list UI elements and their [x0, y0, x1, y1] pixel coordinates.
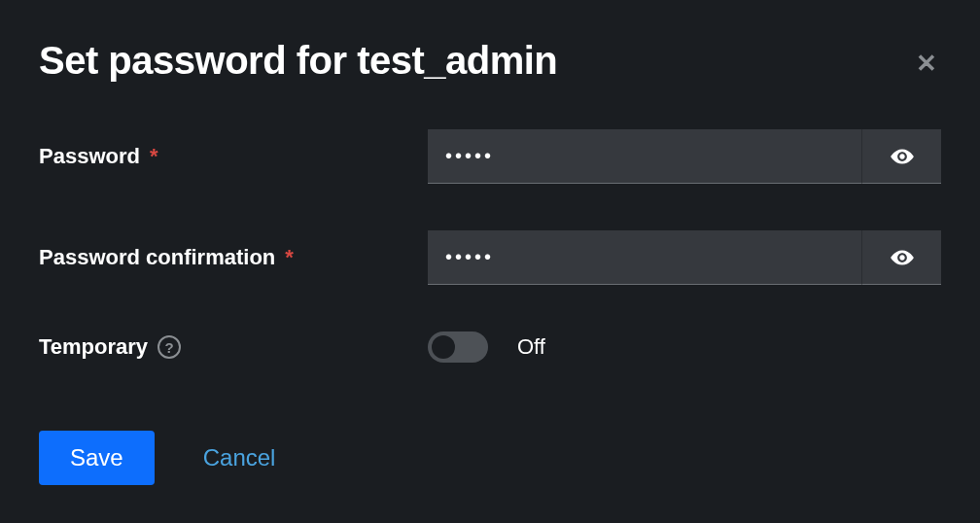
- temporary-row: Temporary ? Off: [39, 331, 941, 363]
- password-label: Password: [39, 144, 140, 169]
- modal-title: Set password for test_admin: [39, 39, 557, 83]
- set-password-modal: Set password for test_admin ✕ Password *…: [0, 0, 980, 523]
- temporary-label: Temporary: [39, 334, 148, 360]
- eye-icon: [890, 245, 915, 270]
- toggle-password-visibility-button[interactable]: [861, 129, 941, 184]
- password-confirm-row: Password confirmation *: [39, 230, 941, 285]
- button-row: Save Cancel: [39, 431, 941, 485]
- required-indicator: *: [150, 144, 158, 169]
- password-confirm-label: Password confirmation: [39, 245, 275, 270]
- temporary-state-label: Off: [517, 334, 545, 360]
- password-input-group: [428, 129, 941, 184]
- modal-header: Set password for test_admin ✕: [39, 39, 941, 83]
- password-confirm-input[interactable]: [428, 230, 861, 285]
- toggle-confirm-visibility-button[interactable]: [861, 230, 941, 285]
- password-input[interactable]: [428, 129, 861, 184]
- cancel-button[interactable]: Cancel: [203, 444, 276, 471]
- password-row: Password *: [39, 129, 941, 184]
- password-label-wrap: Password *: [39, 144, 428, 169]
- temporary-toggle[interactable]: [428, 331, 488, 363]
- close-button[interactable]: ✕: [912, 47, 941, 80]
- password-confirm-label-wrap: Password confirmation *: [39, 245, 428, 270]
- required-indicator: *: [285, 245, 294, 270]
- password-confirm-input-group: [428, 230, 941, 285]
- help-icon[interactable]: ?: [158, 335, 181, 359]
- toggle-knob: [432, 335, 455, 359]
- save-button[interactable]: Save: [39, 431, 155, 485]
- temporary-toggle-wrap: Off: [428, 331, 545, 363]
- eye-icon: [890, 144, 915, 169]
- temporary-label-wrap: Temporary ?: [39, 334, 428, 360]
- close-icon: ✕: [916, 49, 937, 78]
